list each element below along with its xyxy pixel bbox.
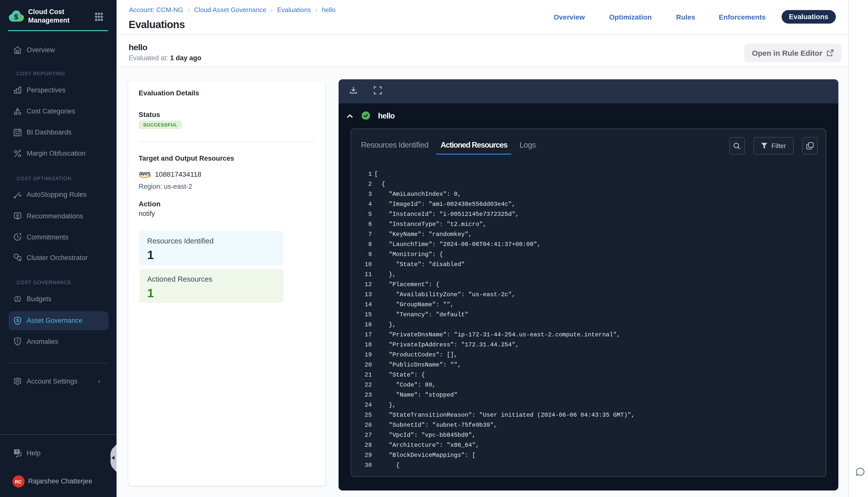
svg-text:$: $ <box>14 13 18 21</box>
svg-text:aws: aws <box>139 170 150 177</box>
svg-text:$: $ <box>17 296 19 300</box>
svg-text:?: ? <box>16 450 18 454</box>
svg-text:$: $ <box>16 318 19 323</box>
